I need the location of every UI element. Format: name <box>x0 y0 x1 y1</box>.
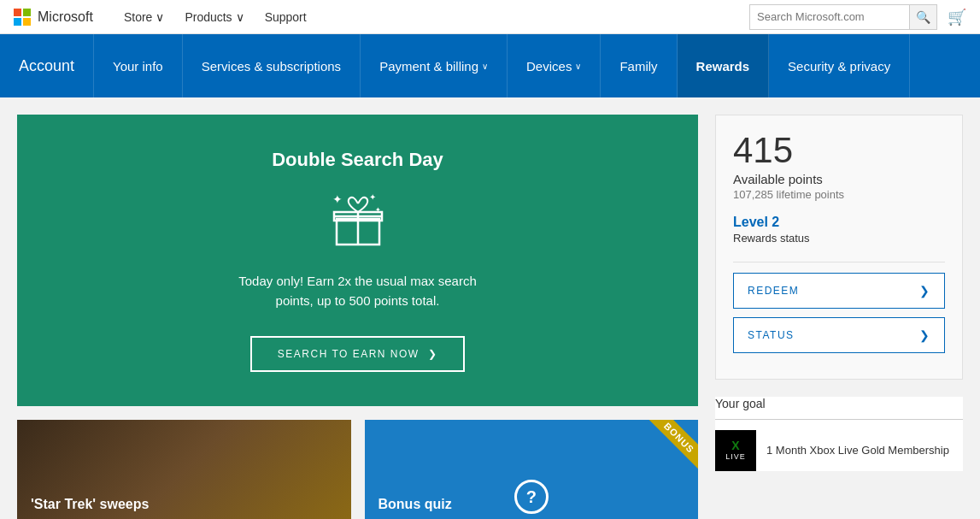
nav-account[interactable]: Account <box>0 34 94 97</box>
cart-icon[interactable]: 🛒 <box>948 8 966 27</box>
chevron-down-icon: ∨ <box>575 62 581 71</box>
nav-services-subscriptions[interactable]: Services & subscriptions <box>183 34 361 97</box>
points-number: 415 <box>733 133 945 168</box>
products-link[interactable]: Products ∨ <box>174 0 254 34</box>
search-bar: 🔍 <box>749 4 937 30</box>
gift-icon: ✦ ✦ ✦ <box>328 188 388 248</box>
svg-text:✦: ✦ <box>332 192 343 206</box>
nav-security-privacy[interactable]: Security & privacy <box>769 34 910 97</box>
goal-divider <box>715 419 963 420</box>
nav-family[interactable]: Family <box>601 34 677 97</box>
points-label: Available points <box>733 172 945 186</box>
chevron-down-icon: ∨ <box>156 10 164 24</box>
hero-icon: ✦ ✦ ✦ <box>328 188 388 255</box>
hero-card: Double Search Day ✦ ✦ ✦ <box>17 115 698 406</box>
microsoft-logo-icon <box>14 9 31 26</box>
svg-text:✦: ✦ <box>369 192 376 202</box>
bonus-quiz-label: Bonus quiz <box>379 497 452 512</box>
goal-title: Your goal <box>715 397 963 410</box>
hero-description: Today only! Earn 2x the usual max search… <box>238 272 478 310</box>
lifetime-points: 107,285 lifetime points <box>733 188 945 201</box>
level-label: Level 2 <box>733 215 945 230</box>
nav-rewards[interactable]: Rewards <box>678 34 770 97</box>
top-nav-right: 🔍 🛒 <box>749 4 966 30</box>
chevron-right-icon: ❯ <box>919 328 931 342</box>
star-trek-card[interactable]: 'Star Trek' sweeps <box>17 420 351 519</box>
cards-row: 'Star Trek' sweeps BONUS ? Bonus quiz <box>17 420 698 519</box>
bonus-banner: BONUS <box>631 420 698 487</box>
goal-name: 1 Month Xbox Live Gold Membership <box>766 443 949 458</box>
main-content: Double Search Day ✦ ✦ ✦ <box>0 97 980 519</box>
chevron-right-icon: ❯ <box>428 348 438 360</box>
star-trek-label: 'Star Trek' sweeps <box>31 497 149 512</box>
chevron-down-icon: ∨ <box>236 10 244 24</box>
left-content: Double Search Day ✦ ✦ ✦ <box>17 115 698 519</box>
top-nav: Microsoft Store ∨ Products ∨ Support 🔍 🛒 <box>0 0 980 34</box>
account-nav: Account Your info Services & subscriptio… <box>0 34 980 97</box>
xbox-live-thumbnail: X LIVE <box>715 430 756 471</box>
logo-area[interactable]: Microsoft <box>14 9 93 26</box>
goal-item[interactable]: X LIVE 1 Month Xbox Live Gold Membership <box>715 430 963 471</box>
rewards-status-label: Rewards status <box>733 232 945 245</box>
bonus-quiz-card[interactable]: BONUS ? Bonus quiz <box>365 420 699 519</box>
hero-title: Double Search Day <box>272 149 443 171</box>
nav-payment-billing[interactable]: Payment & billing ∨ <box>361 34 508 97</box>
quiz-question-icon: ? <box>514 480 549 514</box>
status-button[interactable]: STATUS ❯ <box>733 317 945 353</box>
search-input[interactable] <box>750 5 909 29</box>
search-to-earn-button[interactable]: SEARCH TO EARN NOW ❯ <box>250 336 465 372</box>
chevron-down-icon: ∨ <box>482 62 488 71</box>
nav-devices[interactable]: Devices ∨ <box>508 34 601 97</box>
points-card: 415 Available points 107,285 lifetime po… <box>715 115 963 380</box>
right-sidebar: 415 Available points 107,285 lifetime po… <box>715 115 963 519</box>
divider <box>733 262 945 262</box>
goal-section: Your goal X LIVE 1 Month Xbox Live Gold … <box>715 397 963 471</box>
chevron-right-icon: ❯ <box>919 284 931 298</box>
top-nav-links: Store ∨ Products ∨ Support <box>114 0 749 34</box>
logo-text: Microsoft <box>38 9 93 25</box>
xbox-live-logo: X LIVE <box>725 439 746 461</box>
nav-your-info[interactable]: Your info <box>94 34 183 97</box>
search-button[interactable]: 🔍 <box>909 5 936 29</box>
support-link[interactable]: Support <box>255 0 317 34</box>
redeem-button[interactable]: REDEEM ❯ <box>733 273 945 309</box>
bonus-badge: BONUS <box>645 420 698 470</box>
store-link[interactable]: Store ∨ <box>114 0 174 34</box>
